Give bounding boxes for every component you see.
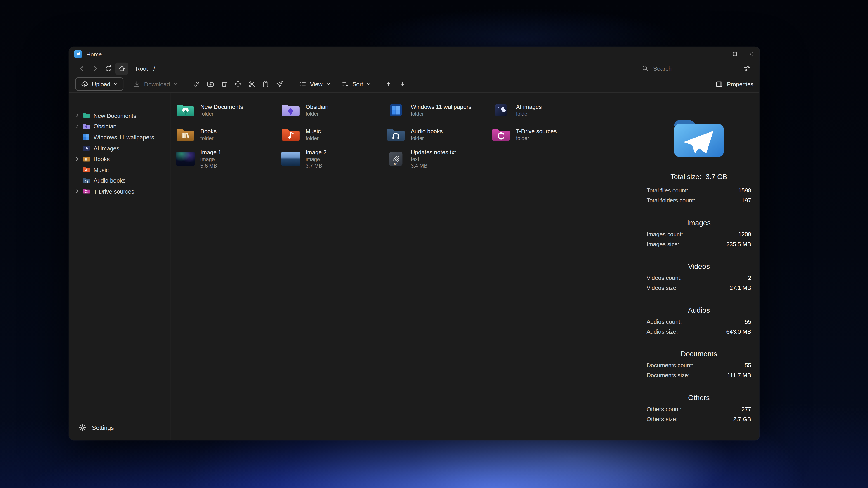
cloud-upload-icon <box>81 80 89 88</box>
upload-files-button[interactable] <box>382 78 395 90</box>
file-name: Image 1 <box>200 149 221 156</box>
file-grid: New Documents folder Obsidian folder <box>170 93 638 440</box>
stat-value: 277 <box>741 405 751 412</box>
sort-button[interactable]: Sort <box>336 78 376 90</box>
search-box <box>642 65 740 72</box>
stat-row: Images size: 235.5 MB <box>647 240 751 251</box>
rename-icon <box>235 80 242 88</box>
stat-label: Total folders count: <box>647 197 695 203</box>
chevron-right-icon[interactable] <box>74 113 80 118</box>
sidebar-item-label: T-Drive sources <box>94 188 134 195</box>
file-item-image-1[interactable]: Image 1 image 5.6 MB <box>176 147 281 171</box>
image-thumbnail-aurora <box>176 151 195 167</box>
download-button[interactable]: Download <box>128 78 183 90</box>
stat-value: 2 <box>748 274 751 281</box>
breadcrumb-separator: / <box>153 65 155 72</box>
file-name: Obsidian <box>306 103 329 110</box>
stat-value: 235.5 MB <box>726 240 751 247</box>
sidebar-item-audio-books[interactable]: Audio books <box>69 175 170 186</box>
total-size: Total size: 3.7 GB <box>647 173 751 181</box>
chevron-down-icon <box>326 82 330 86</box>
trash-icon <box>221 80 228 88</box>
file-size: 3.7 MB <box>306 162 327 169</box>
sidebar-item-books[interactable]: Books <box>69 153 170 164</box>
sidebar-item-new-documents[interactable]: New Documents <box>69 110 170 121</box>
close-button[interactable] <box>743 47 760 61</box>
send-button[interactable] <box>274 78 286 90</box>
sidebar-item-music[interactable]: Music <box>69 164 170 175</box>
cut-button[interactable] <box>246 78 258 90</box>
file-item-windows-11-wallpapers[interactable]: Windows 11 wallpapers folder <box>386 98 491 122</box>
file-item-audio-books[interactable]: Audio books folder <box>386 122 491 147</box>
stat-label: Documents count: <box>647 362 693 368</box>
back-button[interactable] <box>75 62 89 74</box>
sliders-icon <box>743 64 751 72</box>
file-item-obsidian[interactable]: Obsidian folder <box>281 98 386 122</box>
panel-right-icon <box>715 80 723 88</box>
search-input[interactable] <box>653 65 726 72</box>
download-files-button[interactable] <box>396 78 409 90</box>
link-button[interactable] <box>190 78 203 90</box>
folder-icon-obsidian <box>281 102 301 118</box>
sidebar-item-t-drive-sources[interactable]: T-Drive sources <box>69 186 170 197</box>
file-item-new-documents[interactable]: New Documents folder <box>176 98 281 122</box>
file-type: image <box>306 156 327 162</box>
titlebar: Home <box>69 47 760 61</box>
chevron-right-icon[interactable] <box>74 124 80 129</box>
link-icon <box>193 80 200 88</box>
forward-button[interactable] <box>89 62 102 74</box>
file-item-ai-images[interactable]: AI images folder <box>491 98 596 122</box>
scissors-icon <box>248 80 256 88</box>
new-folder-button[interactable] <box>204 78 217 90</box>
minimize-button[interactable] <box>710 47 726 61</box>
stat-value: 111.7 MB <box>727 372 751 379</box>
delete-button[interactable] <box>218 78 231 90</box>
file-name: Image 2 <box>306 149 327 156</box>
filter-button[interactable] <box>740 62 753 74</box>
stat-value: 1209 <box>738 231 751 237</box>
settings-button[interactable]: Settings <box>69 416 170 440</box>
file-item-image-2[interactable]: Image 2 image 3.7 MB <box>281 147 386 171</box>
upload-button[interactable]: Upload <box>75 77 124 91</box>
file-type: folder <box>516 110 541 117</box>
gear-icon <box>79 424 86 431</box>
properties-button[interactable]: Properties <box>715 80 753 88</box>
window-controls <box>710 47 760 61</box>
settings-label: Settings <box>92 424 114 431</box>
toolbar: Upload Download <box>69 76 760 93</box>
window-body: New Documents Obsidian Windows 11 wallpa… <box>69 93 760 440</box>
rename-button[interactable] <box>232 78 245 90</box>
breadcrumb-root[interactable]: Root <box>135 65 148 72</box>
sidebar-item-obsidian[interactable]: Obsidian <box>69 121 170 132</box>
file-item-updates-notes[interactable]: txt Updates notes.txt text 3.4 MB <box>386 147 491 171</box>
file-name: Updates notes.txt <box>411 149 456 156</box>
file-item-t-drive-sources[interactable]: T-Drive sources folder <box>491 122 596 147</box>
stat-label: Documents size: <box>647 372 689 379</box>
tray-upload-icon <box>385 80 393 88</box>
text-file-icon: txt <box>386 151 406 167</box>
stat-row: Videos size: 27.1 MB <box>647 285 751 294</box>
folder-icon-books <box>176 127 195 142</box>
file-type: folder <box>306 110 329 117</box>
sidebar-item-windows-11-wallpapers[interactable]: Windows 11 wallpapers <box>69 132 170 142</box>
search-icon <box>642 65 649 72</box>
home-button[interactable] <box>115 62 128 74</box>
sidebar-item-label: Windows 11 wallpapers <box>94 134 154 140</box>
stat-value: 1598 <box>738 187 751 194</box>
stat-label: Images count: <box>647 231 683 237</box>
maximize-button[interactable] <box>726 47 743 61</box>
chevron-right-icon[interactable] <box>74 189 80 194</box>
stat-row: Audios count: 55 <box>647 318 751 328</box>
view-label: View <box>310 81 322 88</box>
file-type: folder <box>200 135 217 141</box>
desktop: Home <box>0 0 868 488</box>
sidebar-item-ai-images[interactable]: AI images <box>69 142 170 153</box>
refresh-button[interactable] <box>102 62 115 74</box>
file-item-music[interactable]: Music folder <box>281 122 386 147</box>
stat-value: 55 <box>745 362 751 368</box>
file-item-books[interactable]: Books folder <box>176 122 281 147</box>
paste-button[interactable] <box>260 78 272 90</box>
view-button[interactable]: View <box>294 78 335 90</box>
chevron-right-icon[interactable] <box>74 156 80 161</box>
stat-row: Audios size: 643.0 MB <box>647 328 751 338</box>
